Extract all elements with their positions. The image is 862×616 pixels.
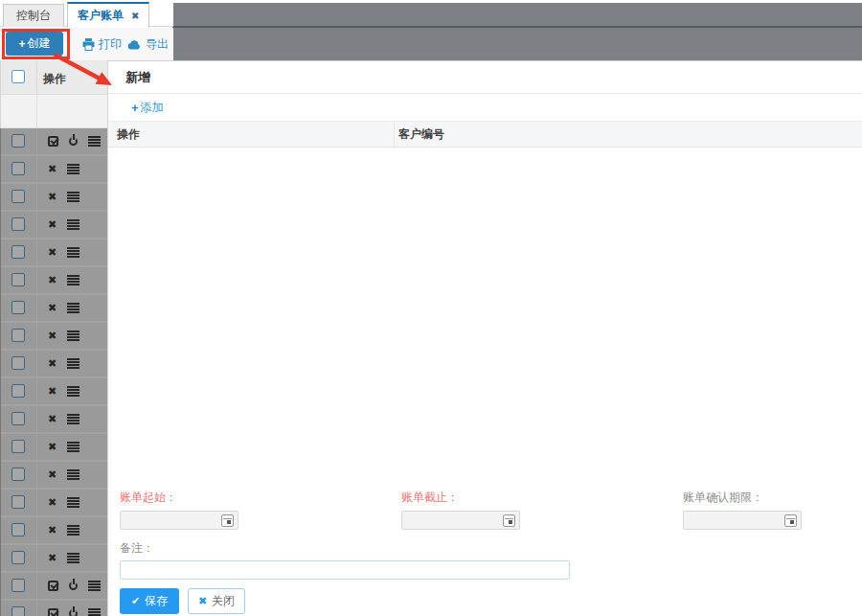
row-actions: ✖ [48, 414, 79, 424]
bill-confirm-input[interactable] [684, 512, 801, 529]
left-table-rows: ✖✖✖✖✖✖✖✖✖✖✖✖✖✖✖ [0, 128, 107, 616]
times-icon[interactable]: ✖ [48, 469, 57, 480]
row-checkbox[interactable] [11, 245, 25, 259]
row-checkbox[interactable] [11, 495, 25, 509]
table-row: ✖ [1, 406, 107, 434]
table-row: ✖ [1, 462, 107, 490]
menu-icon[interactable] [67, 192, 79, 202]
row-actions: ✖ [48, 192, 79, 202]
print-button[interactable]: 打印 [82, 36, 122, 53]
close-button[interactable]: ✖ 关闭 [188, 588, 245, 614]
check-square-icon[interactable] [48, 608, 58, 616]
row-checkbox[interactable] [11, 162, 25, 175]
bill-confirm-datebox [683, 511, 802, 530]
row-checkbox[interactable] [11, 301, 25, 314]
menu-icon[interactable] [88, 608, 101, 616]
table-row: ✖ [1, 295, 107, 323]
save-button[interactable]: ✔ 保存 [120, 588, 179, 614]
check-square-icon[interactable] [48, 581, 58, 591]
row-checkbox[interactable] [11, 523, 25, 536]
times-icon[interactable]: ✖ [48, 192, 57, 202]
times-icon[interactable]: ✖ [48, 525, 57, 536]
power-icon[interactable] [69, 609, 78, 616]
menu-icon[interactable] [67, 358, 79, 369]
menu-icon[interactable] [67, 331, 79, 341]
tab-label: 客户账单 [78, 8, 124, 24]
menu-icon[interactable] [67, 442, 79, 452]
times-icon[interactable]: ✖ [48, 414, 57, 424]
row-checkbox[interactable] [11, 134, 25, 148]
tab-console[interactable]: 控制台 [3, 4, 64, 27]
menu-icon[interactable] [88, 581, 101, 591]
times-icon[interactable]: ✖ [48, 331, 57, 341]
add-row-button[interactable]: + 添加 [131, 100, 164, 116]
times-icon[interactable]: ✖ [48, 219, 57, 230]
row-checkbox[interactable] [11, 551, 25, 564]
row-checkbox[interactable] [11, 273, 25, 286]
row-actions: ✖ [48, 553, 79, 563]
table-row: ✖ [1, 517, 107, 545]
tab-close-icon[interactable]: ✖ [131, 11, 139, 21]
row-actions: ✖ [48, 275, 79, 285]
menu-icon[interactable] [67, 414, 79, 424]
menu-icon[interactable] [67, 219, 79, 230]
export-button[interactable]: 导出 [127, 36, 169, 53]
table-row: ✖ [1, 184, 107, 212]
menu-icon[interactable] [67, 525, 79, 536]
power-icon[interactable] [69, 582, 78, 590]
row-checkbox[interactable] [11, 412, 25, 425]
calendar-icon[interactable] [784, 514, 797, 527]
export-button-label: 导出 [146, 36, 169, 53]
row-actions: ✖ [48, 219, 79, 230]
remark-input[interactable] [120, 560, 570, 580]
row-checkbox[interactable] [11, 606, 25, 616]
times-icon[interactable]: ✖ [48, 553, 57, 563]
times-icon[interactable]: ✖ [48, 275, 57, 285]
menu-icon[interactable] [67, 469, 79, 480]
row-actions: ✖ [48, 525, 79, 536]
row-checkbox[interactable] [11, 329, 25, 342]
menu-icon[interactable] [67, 497, 79, 508]
check-icon: ✔ [131, 595, 140, 607]
times-icon[interactable]: ✖ [48, 164, 57, 174]
row-actions: ✖ [48, 497, 79, 508]
menu-icon[interactable] [67, 275, 79, 285]
table-row: ✖ [1, 545, 107, 573]
row-actions: ✖ [48, 358, 79, 369]
row-checkbox[interactable] [11, 579, 25, 592]
menu-icon[interactable] [67, 553, 79, 563]
create-button[interactable]: + 创建 [6, 32, 63, 56]
row-checkbox[interactable] [11, 384, 25, 398]
table-row [1, 128, 107, 156]
row-checkbox[interactable] [11, 190, 25, 203]
times-icon[interactable]: ✖ [48, 358, 57, 369]
menu-icon[interactable] [67, 303, 79, 313]
times-icon[interactable]: ✖ [48, 442, 57, 452]
row-checkbox[interactable] [11, 440, 25, 453]
check-square-icon[interactable] [48, 136, 58, 147]
select-all-checkbox[interactable] [11, 70, 25, 83]
row-actions: ✖ [48, 386, 79, 397]
row-checkbox[interactable] [11, 217, 25, 231]
operation-column-header: 操作 [108, 122, 395, 147]
power-icon[interactable] [69, 137, 78, 146]
menu-icon[interactable] [67, 386, 79, 397]
bill-start-input[interactable] [121, 512, 238, 529]
times-icon[interactable]: ✖ [48, 386, 57, 397]
menu-icon[interactable] [88, 136, 101, 147]
times-icon[interactable]: ✖ [48, 303, 57, 313]
panel-title: 新增 [125, 69, 150, 86]
tab-customer-bills[interactable]: 客户账单 ✖ [67, 2, 149, 28]
times-icon[interactable]: ✖ [48, 247, 57, 258]
calendar-icon[interactable] [221, 514, 234, 527]
row-actions: ✖ [48, 247, 79, 258]
close-button-label: 关闭 [212, 593, 235, 609]
row-checkbox[interactable] [11, 356, 25, 370]
menu-icon[interactable] [67, 164, 79, 174]
calendar-icon[interactable] [503, 514, 515, 527]
row-actions: ✖ [48, 442, 79, 452]
bill-end-input[interactable] [402, 512, 519, 529]
times-icon[interactable]: ✖ [48, 497, 57, 508]
row-checkbox[interactable] [11, 468, 25, 481]
menu-icon[interactable] [67, 247, 79, 258]
